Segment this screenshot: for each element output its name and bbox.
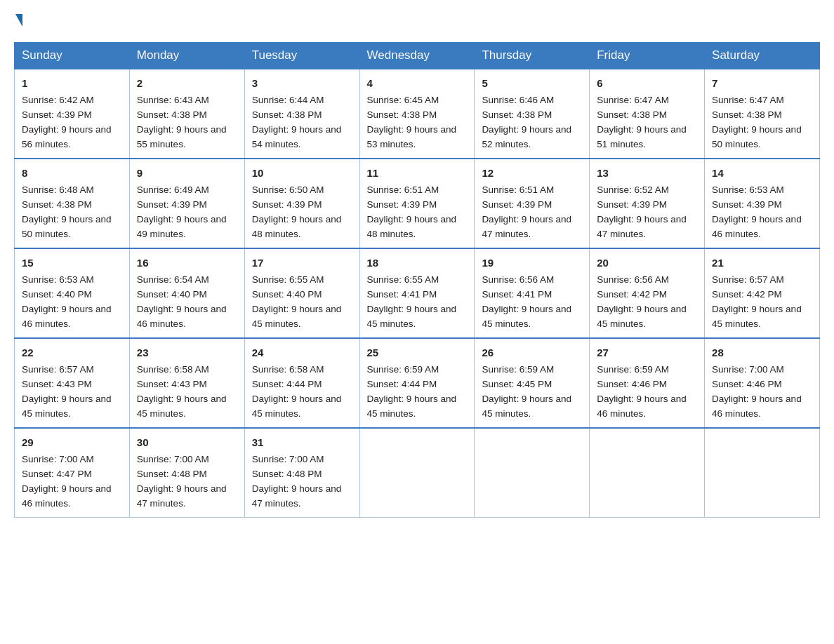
- sunrise-text: Sunrise: 6:51 AM: [367, 185, 439, 195]
- sunset-text: Sunset: 4:38 PM: [252, 109, 322, 120]
- day-number: 14: [712, 165, 812, 181]
- sunset-text: Sunset: 4:44 PM: [367, 379, 437, 389]
- day-number: 7: [712, 75, 812, 91]
- sunrise-text: Sunrise: 6:57 AM: [22, 364, 94, 375]
- day-number: 3: [252, 75, 352, 91]
- day-number: 20: [597, 255, 697, 271]
- day-of-week-header: Tuesday: [244, 43, 359, 69]
- daylight-text: Daylight: 9 hours and 45 minutes.: [597, 304, 687, 329]
- day-number: 29: [22, 434, 122, 450]
- calendar-day-cell: 16Sunrise: 6:54 AMSunset: 4:40 PMDayligh…: [129, 248, 244, 338]
- sunset-text: Sunset: 4:41 PM: [367, 289, 437, 300]
- sunset-text: Sunset: 4:38 PM: [22, 199, 92, 210]
- day-number: 31: [252, 434, 352, 450]
- calendar-week-row: 29Sunrise: 7:00 AMSunset: 4:47 PMDayligh…: [15, 428, 820, 517]
- day-number: 12: [482, 165, 582, 181]
- day-number: 1: [22, 75, 122, 91]
- calendar-day-cell: 7Sunrise: 6:47 AMSunset: 4:38 PMDaylight…: [705, 69, 820, 159]
- daylight-text: Daylight: 9 hours and 51 minutes.: [597, 124, 687, 149]
- daylight-text: Daylight: 9 hours and 49 minutes.: [137, 214, 227, 239]
- calendar-day-cell: 15Sunrise: 6:53 AMSunset: 4:40 PMDayligh…: [15, 248, 130, 338]
- calendar-day-cell: 14Sunrise: 6:53 AMSunset: 4:39 PMDayligh…: [705, 159, 820, 248]
- calendar-day-cell: 10Sunrise: 6:50 AMSunset: 4:39 PMDayligh…: [244, 159, 359, 248]
- calendar-day-cell: 30Sunrise: 7:00 AMSunset: 4:48 PMDayligh…: [129, 428, 244, 517]
- sunset-text: Sunset: 4:39 PM: [22, 109, 92, 120]
- day-of-week-header: Wednesday: [359, 43, 475, 69]
- calendar-day-cell: 4Sunrise: 6:45 AMSunset: 4:38 PMDaylight…: [359, 69, 475, 159]
- calendar-day-cell: [359, 428, 475, 517]
- calendar-week-row: 8Sunrise: 6:48 AMSunset: 4:38 PMDaylight…: [15, 159, 820, 248]
- day-number: 9: [137, 165, 237, 181]
- sunrise-text: Sunrise: 7:00 AM: [137, 454, 209, 464]
- sunrise-text: Sunrise: 6:59 AM: [597, 364, 669, 375]
- sunset-text: Sunset: 4:43 PM: [22, 379, 92, 389]
- sunset-text: Sunset: 4:46 PM: [597, 379, 667, 389]
- calendar-day-cell: 8Sunrise: 6:48 AMSunset: 4:38 PMDaylight…: [15, 159, 130, 248]
- calendar-day-cell: 20Sunrise: 6:56 AMSunset: 4:42 PMDayligh…: [590, 248, 705, 338]
- daylight-text: Daylight: 9 hours and 45 minutes.: [482, 304, 571, 329]
- sunrise-text: Sunrise: 6:58 AM: [137, 364, 209, 375]
- day-of-week-header: Monday: [129, 43, 244, 69]
- calendar-table: SundayMondayTuesdayWednesdayThursdayFrid…: [14, 42, 820, 518]
- sunset-text: Sunset: 4:39 PM: [252, 199, 322, 210]
- sunrise-text: Sunrise: 6:42 AM: [22, 95, 94, 105]
- sunrise-text: Sunrise: 6:53 AM: [22, 274, 94, 285]
- daylight-text: Daylight: 9 hours and 47 minutes.: [482, 214, 571, 239]
- sunrise-text: Sunrise: 6:44 AM: [252, 95, 324, 105]
- sunrise-text: Sunrise: 6:59 AM: [367, 364, 439, 375]
- day-number: 5: [482, 75, 582, 91]
- sunset-text: Sunset: 4:40 PM: [22, 289, 92, 300]
- daylight-text: Daylight: 9 hours and 45 minutes.: [137, 394, 227, 419]
- sunrise-text: Sunrise: 6:46 AM: [482, 95, 554, 105]
- sunrise-text: Sunrise: 6:53 AM: [712, 185, 784, 195]
- sunset-text: Sunset: 4:46 PM: [712, 379, 782, 389]
- sunset-text: Sunset: 4:42 PM: [712, 289, 782, 300]
- day-number: 24: [252, 344, 352, 361]
- calendar-day-cell: [475, 428, 590, 517]
- day-of-week-header: Thursday: [475, 43, 590, 69]
- calendar-day-cell: 27Sunrise: 6:59 AMSunset: 4:46 PMDayligh…: [590, 338, 705, 428]
- calendar-header-row: SundayMondayTuesdayWednesdayThursdayFrid…: [15, 43, 820, 69]
- day-number: 11: [367, 165, 468, 181]
- calendar-day-cell: 26Sunrise: 6:59 AMSunset: 4:45 PMDayligh…: [475, 338, 590, 428]
- calendar-day-cell: 29Sunrise: 7:00 AMSunset: 4:47 PMDayligh…: [15, 428, 130, 517]
- day-number: 19: [482, 255, 582, 271]
- daylight-text: Daylight: 9 hours and 47 minutes.: [252, 483, 342, 509]
- calendar-day-cell: 22Sunrise: 6:57 AMSunset: 4:43 PMDayligh…: [15, 338, 130, 428]
- day-number: 8: [22, 165, 122, 181]
- daylight-text: Daylight: 9 hours and 55 minutes.: [137, 124, 227, 149]
- daylight-text: Daylight: 9 hours and 46 minutes.: [712, 214, 802, 239]
- day-number: 27: [597, 344, 697, 361]
- sunset-text: Sunset: 4:39 PM: [137, 199, 207, 210]
- sunset-text: Sunset: 4:43 PM: [137, 379, 207, 389]
- daylight-text: Daylight: 9 hours and 45 minutes.: [367, 304, 457, 329]
- logo-triangle-icon: [15, 14, 22, 27]
- sunrise-text: Sunrise: 7:00 AM: [252, 454, 324, 464]
- logo: [14, 14, 22, 28]
- calendar-day-cell: 1Sunrise: 6:42 AMSunset: 4:39 PMDaylight…: [15, 69, 130, 159]
- sunrise-text: Sunrise: 6:55 AM: [367, 274, 439, 285]
- day-of-week-header: Friday: [590, 43, 705, 69]
- daylight-text: Daylight: 9 hours and 50 minutes.: [712, 124, 802, 149]
- calendar-day-cell: 12Sunrise: 6:51 AMSunset: 4:39 PMDayligh…: [475, 159, 590, 248]
- sunset-text: Sunset: 4:48 PM: [137, 469, 207, 479]
- sunset-text: Sunset: 4:38 PM: [137, 109, 207, 120]
- daylight-text: Daylight: 9 hours and 45 minutes.: [252, 304, 342, 329]
- day-of-week-header: Saturday: [705, 43, 820, 69]
- calendar-day-cell: 11Sunrise: 6:51 AMSunset: 4:39 PMDayligh…: [359, 159, 475, 248]
- daylight-text: Daylight: 9 hours and 48 minutes.: [252, 214, 342, 239]
- calendar-day-cell: 19Sunrise: 6:56 AMSunset: 4:41 PMDayligh…: [475, 248, 590, 338]
- daylight-text: Daylight: 9 hours and 47 minutes.: [137, 483, 227, 509]
- day-number: 18: [367, 255, 468, 271]
- calendar-day-cell: 9Sunrise: 6:49 AMSunset: 4:39 PMDaylight…: [129, 159, 244, 248]
- sunrise-text: Sunrise: 6:56 AM: [482, 274, 554, 285]
- calendar-day-cell: 21Sunrise: 6:57 AMSunset: 4:42 PMDayligh…: [705, 248, 820, 338]
- daylight-text: Daylight: 9 hours and 45 minutes.: [252, 394, 342, 419]
- daylight-text: Daylight: 9 hours and 45 minutes.: [482, 394, 571, 419]
- calendar-day-cell: 6Sunrise: 6:47 AMSunset: 4:38 PMDaylight…: [590, 69, 705, 159]
- sunrise-text: Sunrise: 6:47 AM: [712, 95, 784, 105]
- calendar-week-row: 22Sunrise: 6:57 AMSunset: 4:43 PMDayligh…: [15, 338, 820, 428]
- daylight-text: Daylight: 9 hours and 56 minutes.: [22, 124, 112, 149]
- daylight-text: Daylight: 9 hours and 53 minutes.: [367, 124, 457, 149]
- sunrise-text: Sunrise: 6:57 AM: [712, 274, 784, 285]
